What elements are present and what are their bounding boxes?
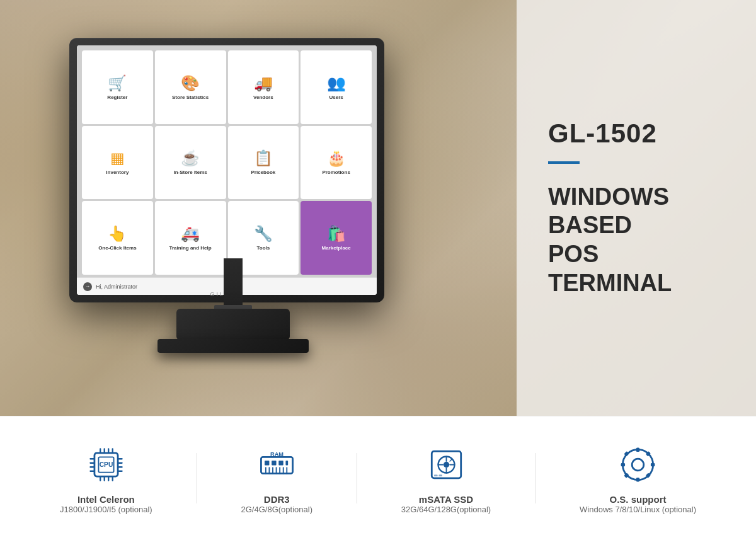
os-spec-text: O.S. support Windows 7/8/10/Linux (optio… bbox=[580, 494, 696, 514]
hero-section: 🛒 Register 🎨 Store Statistics 🚚 Vendors bbox=[0, 0, 756, 416]
tile-register[interactable]: 🛒 Register bbox=[82, 50, 153, 124]
svg-rect-39 bbox=[434, 474, 438, 476]
monitor-display: 🛒 Register 🎨 Store Statistics 🚚 Vendors bbox=[38, 25, 428, 391]
tile-inventory-label: Inventory bbox=[106, 169, 129, 176]
divider bbox=[548, 161, 580, 164]
inventory-icon: ▦ bbox=[110, 149, 125, 167]
divider-2 bbox=[357, 453, 357, 503]
spec-os: O.S. support Windows 7/8/10/Linux (optio… bbox=[580, 442, 696, 514]
ram-line2: 2G/4G/8G(optional) bbox=[241, 505, 312, 514]
tile-users[interactable]: 👥 Users bbox=[301, 50, 372, 124]
stats-icon: 🎨 bbox=[181, 74, 200, 92]
tile-users-label: Users bbox=[329, 95, 343, 101]
tools-icon: 🔧 bbox=[254, 225, 273, 243]
tile-inventory[interactable]: ▦ Inventory bbox=[82, 126, 153, 200]
ram-icon: RAM bbox=[256, 444, 297, 485]
cpu-line1: Intel Celeron bbox=[60, 494, 152, 505]
os-line1: O.S. support bbox=[580, 494, 696, 505]
user-icon: → bbox=[83, 282, 92, 291]
svg-rect-46 bbox=[651, 462, 655, 466]
greeting-text: Hi, Administrator bbox=[96, 284, 137, 290]
svg-point-34 bbox=[443, 461, 449, 467]
svg-rect-44 bbox=[636, 477, 640, 481]
cpu-spec-text: Intel Celeron J1800/J1900/I5 (optional) bbox=[60, 494, 152, 514]
ssd-icon bbox=[426, 444, 467, 485]
tile-promotions[interactable]: 🎂 Promotions bbox=[301, 126, 372, 200]
title-line2: POS TERMINAL bbox=[548, 241, 672, 296]
promotions-icon: 🎂 bbox=[327, 149, 346, 167]
instore-icon: ☕ bbox=[181, 149, 200, 167]
product-title: WINDOWS BASED POS TERMINAL bbox=[548, 183, 724, 297]
vendors-icon: 🚚 bbox=[254, 74, 273, 92]
tile-register-label: Register bbox=[107, 95, 127, 101]
marketplace-icon: 🛍️ bbox=[327, 225, 346, 243]
divider-1 bbox=[197, 453, 197, 503]
tile-pricebook-label: Pricebook bbox=[251, 169, 276, 176]
tile-marketplace[interactable]: 🛍️ Marketplace bbox=[301, 201, 372, 275]
tile-training-label: Training and Help bbox=[169, 245, 212, 251]
ram-spec-text: DDR3 2G/4G/8G(optional) bbox=[241, 494, 312, 514]
tile-oneclick-label: One-Click Items bbox=[98, 245, 136, 251]
ram-icon-container: RAM bbox=[255, 442, 299, 486]
cpu-icon-container: CPU bbox=[84, 442, 128, 486]
divider-3 bbox=[535, 453, 536, 503]
svg-rect-45 bbox=[621, 462, 626, 466]
tile-training[interactable]: 🚑 Training and Help bbox=[155, 201, 226, 275]
os-line2: Windows 7/8/10/Linux (optional) bbox=[580, 505, 696, 514]
svg-rect-22 bbox=[278, 461, 283, 465]
os-icon-container bbox=[616, 442, 660, 486]
svg-rect-20 bbox=[265, 461, 269, 465]
pos-grid: 🛒 Register 🎨 Store Statistics 🚚 Vendors bbox=[77, 45, 377, 277]
monitor-screen: 🛒 Register 🎨 Store Statistics 🚚 Vendors bbox=[77, 45, 377, 295]
svg-point-42 bbox=[632, 459, 644, 471]
svg-rect-43 bbox=[636, 447, 640, 452]
training-icon: 🚑 bbox=[181, 225, 200, 243]
product-info-panel: GL-1502 WINDOWS BASED POS TERMINAL bbox=[517, 0, 756, 416]
tile-vendors[interactable]: 🚚 Vendors bbox=[228, 50, 299, 124]
monitor-base bbox=[176, 309, 290, 340]
svg-text:RAM: RAM bbox=[270, 451, 284, 457]
svg-text:CPU: CPU bbox=[100, 461, 113, 468]
title-line1: WINDOWS BASED bbox=[548, 183, 669, 239]
tile-promotions-label: Promotions bbox=[322, 169, 350, 176]
monitor-base-bottom bbox=[158, 339, 309, 353]
cpu-line2: J1800/J1900/I5 (optional) bbox=[60, 505, 152, 514]
tile-instore-items[interactable]: ☕ In-Store Items bbox=[155, 126, 226, 200]
specs-section: CPU Intel Celeron J1800/J1900/I5 (option… bbox=[0, 416, 756, 540]
svg-rect-21 bbox=[272, 461, 276, 465]
users-icon: 👥 bbox=[327, 74, 346, 92]
svg-rect-40 bbox=[438, 474, 442, 476]
os-icon bbox=[617, 444, 658, 485]
model-number: GL-1502 bbox=[548, 118, 724, 149]
spec-ram: RAM DDR3 2G/4G/8G(optional) bbox=[241, 442, 312, 514]
tile-pricebook[interactable]: 📋 Pricebook bbox=[228, 126, 299, 200]
tile-vendors-label: Vendors bbox=[253, 95, 273, 101]
monitor-neck bbox=[224, 258, 243, 309]
tile-instore-label: In-Store Items bbox=[173, 169, 207, 176]
ssd-icon-container bbox=[424, 442, 468, 486]
spec-cpu: CPU Intel Celeron J1800/J1900/I5 (option… bbox=[60, 442, 152, 514]
register-icon: 🛒 bbox=[108, 74, 127, 92]
spec-ssd: mSATA SSD 32G/64G/128G(optional) bbox=[401, 442, 491, 514]
ram-line1: DDR3 bbox=[241, 494, 312, 505]
tile-store-statistics[interactable]: 🎨 Store Statistics bbox=[155, 50, 226, 124]
pos-interface: 🛒 Register 🎨 Store Statistics 🚚 Vendors bbox=[77, 45, 377, 295]
tile-marketplace-label: Marketplace bbox=[322, 245, 351, 251]
svg-rect-23 bbox=[285, 461, 288, 465]
tile-tools-label: Tools bbox=[257, 245, 270, 251]
cpu-icon: CPU bbox=[86, 444, 127, 485]
pricebook-icon: 📋 bbox=[254, 149, 273, 167]
oneclick-icon: 👆 bbox=[108, 225, 127, 243]
ssd-line2: 32G/64G/128G(optional) bbox=[401, 505, 491, 514]
ssd-spec-text: mSATA SSD 32G/64G/128G(optional) bbox=[401, 494, 491, 514]
tile-stats-label: Store Statistics bbox=[172, 95, 209, 101]
tile-oneclick[interactable]: 👆 One-Click Items bbox=[82, 201, 153, 275]
ssd-line1: mSATA SSD bbox=[401, 494, 491, 505]
